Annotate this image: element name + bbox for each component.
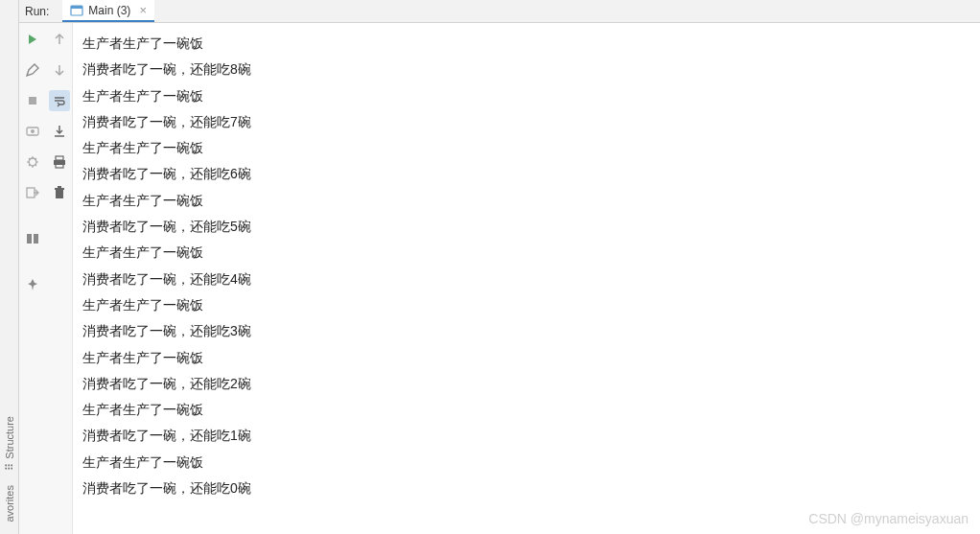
scroll-to-end-button[interactable]: [49, 121, 70, 142]
structure-icon: ⠿: [3, 462, 15, 470]
layout-button[interactable]: [22, 228, 43, 249]
svg-rect-7: [27, 234, 32, 244]
svg-rect-2: [29, 97, 36, 104]
console-line: 生产者生产了一碗饭: [82, 345, 970, 371]
console-output[interactable]: 生产者生产了一碗饭消费者吃了一碗，还能吃8碗生产者生产了一碗饭消费者吃了一碗，还…: [73, 23, 980, 534]
soft-wrap-button[interactable]: [49, 90, 70, 111]
run-tab-header: Run: Main (3) ×: [19, 0, 980, 23]
console-line: 生产者生产了一碗饭: [82, 397, 970, 423]
svg-rect-1: [71, 6, 82, 9]
svg-rect-14: [58, 186, 61, 188]
favorites-label: avorites: [4, 485, 15, 522]
close-icon[interactable]: ×: [135, 3, 147, 17]
svg-rect-9: [56, 156, 63, 160]
exit-button[interactable]: [22, 182, 43, 203]
tab-title: Main (3): [88, 4, 130, 17]
console-line: 生产者生产了一碗饭: [82, 240, 970, 266]
print-button[interactable]: [49, 151, 70, 173]
stop-button[interactable]: [22, 90, 43, 111]
console-line: 生产者生产了一碗饭: [82, 135, 970, 161]
dump-threads-button[interactable]: [22, 121, 43, 142]
rerun-button[interactable]: [22, 29, 43, 50]
run-config-tab[interactable]: Main (3) ×: [62, 0, 154, 22]
application-icon: [70, 4, 83, 17]
run-toolbar-secondary: [46, 23, 73, 534]
svg-rect-12: [56, 190, 63, 198]
console-line: 消费者吃了一碗，还能吃0碗: [82, 476, 970, 501]
run-toolbar-primary: [19, 23, 46, 534]
attach-debugger-button[interactable]: [22, 151, 43, 173]
svg-rect-13: [55, 188, 64, 190]
pin-button[interactable]: [22, 274, 43, 295]
console-line: 消费者吃了一碗，还能吃2碗: [82, 371, 970, 397]
run-label: Run:: [25, 5, 62, 18]
console-line: 消费者吃了一碗，还能吃7碗: [82, 109, 970, 135]
down-stack-button[interactable]: [49, 59, 70, 81]
modify-run-config-button[interactable]: [22, 59, 43, 81]
svg-rect-6: [27, 188, 35, 197]
console-line: 消费者吃了一碗，还能吃6碗: [82, 161, 970, 187]
favorites-tool-tab[interactable]: avorites: [4, 477, 15, 530]
console-line: 消费者吃了一碗，还能吃8碗: [82, 57, 970, 82]
svg-point-4: [31, 129, 35, 133]
svg-rect-8: [34, 234, 38, 244]
console-line: 消费者吃了一碗，还能吃1碗: [82, 423, 970, 449]
console-line: 生产者生产了一碗饭: [82, 83, 970, 109]
structure-tool-tab[interactable]: ⠿ Structure: [3, 408, 15, 478]
console-line: 生产者生产了一碗饭: [82, 450, 970, 476]
clear-all-button[interactable]: [49, 182, 70, 203]
console-line: 消费者吃了一碗，还能吃3碗: [82, 318, 970, 344]
console-line: 消费者吃了一碗，还能吃5碗: [82, 214, 970, 240]
console-line: 消费者吃了一碗，还能吃4碗: [82, 267, 970, 292]
structure-label: Structure: [4, 416, 15, 459]
console-line: 生产者生产了一碗饭: [82, 31, 970, 57]
console-line: 生产者生产了一碗饭: [82, 188, 970, 214]
console-line: 生产者生产了一碗饭: [82, 292, 970, 318]
left-gutter-tabs: ⠿ Structure avorites: [0, 0, 19, 534]
up-stack-button[interactable]: [49, 29, 70, 50]
